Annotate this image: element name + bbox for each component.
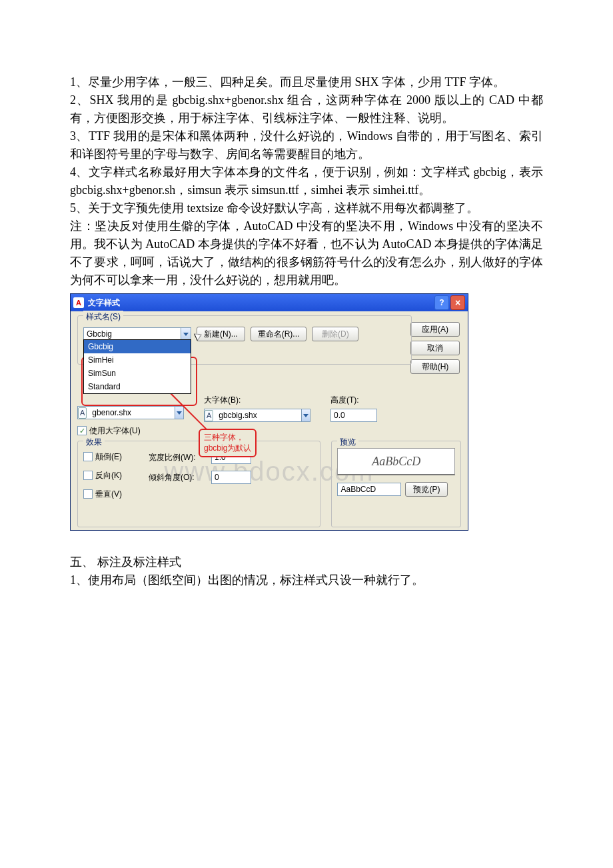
section5-item1: 1、使用布局（图纸空间）出图的情况，标注样式只设一种就行了。 [70,571,543,589]
help-button[interactable]: 帮助(H) [410,359,460,374]
effects-group: 效果 颠倒(E) 反向(K) 垂直(V) 宽度比例(W): [77,441,320,527]
chevron-down-icon[interactable] [301,409,310,421]
vertical-checkbox[interactable]: 垂直(V) [83,488,122,500]
preview-text-input[interactable] [338,485,400,494]
para-2: 2、SHX 我用的是 gbcbig.shx+gbenor.shx 组合，这两种字… [70,91,543,127]
font-row: A ✓ 使用大字体(U) 大字体(B): A [77,406,400,437]
titlebar-close-icon[interactable]: × [450,295,465,310]
text-style-dialog: A 文字样式 ? × www.bdocx.com 应用(A) 取消 帮助(H) … [70,293,468,531]
bigfont-combo[interactable]: A [204,409,310,422]
titlebar-help-icon[interactable]: ? [434,295,449,310]
upside-down-label: 颠倒(E) [95,451,122,463]
para-6: 注：坚决反对使用生僻的字体，AutoCAD 中没有的坚决不用，Windows 中… [70,217,543,289]
chevron-down-icon[interactable] [175,407,183,419]
new-style-button[interactable]: 新建(N)... [197,327,245,341]
apply-button[interactable]: 应用(A) [410,322,460,337]
oblique-angle-label: 倾斜角度(O): [149,471,206,483]
delete-style-button[interactable]: 删除(D) [312,327,358,341]
upside-down-checkbox[interactable]: 颠倒(E) [83,451,122,463]
style-name-legend: 样式名(S) [83,311,123,323]
oblique-angle-input[interactable] [212,473,251,482]
style-option-simhei[interactable]: SimHei [84,353,191,367]
shx-font-combo[interactable]: A [77,406,184,419]
backwards-checkbox[interactable]: 反向(K) [83,469,122,481]
style-option-gbcbig[interactable]: Gbcbig [84,340,191,353]
bigfont-input[interactable] [216,411,301,420]
bigfont-label: 大字体(B): [204,394,310,406]
style-name-combo[interactable] [83,327,191,341]
backwards-label: 反向(K) [95,469,122,481]
width-factor-label: 宽度比例(W): [149,451,206,463]
height-label: 高度(T): [330,394,390,406]
rename-style-button[interactable]: 重命名(R)... [251,327,307,341]
style-name-group: 样式名(S) 新建(N)... 重命名(R)... 删除(D) Gbcbig S… [77,315,412,365]
dialog-title: 文字样式 [88,297,120,309]
style-name-input[interactable] [84,329,181,339]
vertical-label: 垂直(V) [95,488,122,500]
para-5: 5、关于文字预先使用 textsize 命令设好默认字高，这样就不用每次都调整了… [70,199,543,217]
use-bigfont-checkbox[interactable]: ✓ 使用大字体(U) [77,425,141,437]
chevron-down-icon[interactable] [181,328,191,340]
preview-swatch: AaBbCcD [337,448,455,475]
dialog-titlebar: A 文字样式 ? × [71,294,468,311]
height-field[interactable] [330,409,377,422]
cancel-button[interactable]: 取消 [410,341,460,355]
para-3: 3、TTF 我用的是宋体和黑体两种，没什么好说的，Windows 自带的，用于写… [70,127,543,163]
style-option-simsun[interactable]: SimSun [84,367,191,380]
height-input[interactable] [331,411,376,420]
width-factor-input[interactable] [212,453,251,462]
shx-font-input[interactable] [89,408,175,417]
app-icon: A [73,297,84,308]
style-name-dropdown[interactable]: Gbcbig SimHei SimSun Standard [83,339,191,394]
para-1: 1、尽量少用字体，一般三、四种足矣。而且尽量使用 SHX 字体，少用 TTF 字… [70,73,543,91]
effects-legend: 效果 [83,436,105,448]
section5-heading: 五、 标注及标注样式 [70,553,543,571]
para-4: 4、文字样式名称最好用大字体本身的文件名，便于识别，例如：文字样式 gbcbig… [70,163,543,199]
preview-legend: 预览 [337,436,358,448]
preview-group: 预览 AaBbCcD 预览(P) [331,441,461,527]
use-bigfont-label: 使用大字体(U) [89,425,141,437]
font-file-icon: A [78,407,87,419]
style-option-standard[interactable]: Standard [84,380,191,393]
preview-button[interactable]: 预览(P) [405,482,448,497]
font-file-icon: A [205,410,213,421]
